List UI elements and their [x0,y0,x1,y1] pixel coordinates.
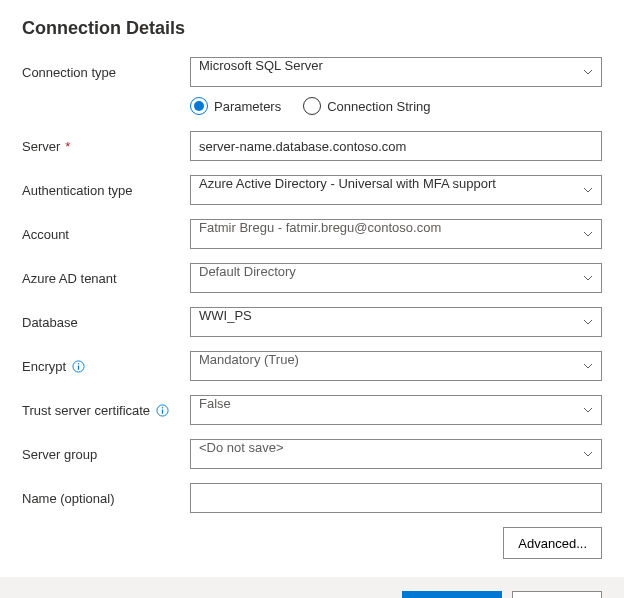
label-name: Name (optional) [22,491,190,506]
label-connection-type: Connection type [22,65,190,80]
svg-point-1 [77,362,78,363]
svg-rect-5 [161,409,162,413]
required-marker: * [65,139,70,154]
radio-parameters-label: Parameters [214,99,281,114]
label-database: Database [22,315,190,330]
dialog-footer: Connect Cancel [0,577,624,598]
connect-button[interactable]: Connect [402,591,502,598]
label-tenant: Azure AD tenant [22,271,190,286]
svg-rect-2 [77,365,78,369]
label-server-group: Server group [22,447,190,462]
auth-type-select[interactable]: Azure Active Directory - Universal with … [190,175,602,205]
encrypt-select[interactable]: Mandatory (True) [190,351,602,381]
label-server: Server [22,139,60,154]
page-title: Connection Details [22,18,602,39]
server-group-select[interactable]: <Do not save> [190,439,602,469]
radio-parameters[interactable]: Parameters [190,97,281,115]
tenant-select[interactable]: Default Directory [190,263,602,293]
label-encrypt: Encrypt [22,359,66,374]
name-input[interactable] [190,483,602,513]
label-account: Account [22,227,190,242]
trust-cert-select[interactable]: False [190,395,602,425]
cancel-button[interactable]: Cancel [512,591,602,598]
svg-point-4 [161,406,162,407]
server-input[interactable] [190,131,602,161]
label-trust-cert: Trust server certificate [22,403,150,418]
advanced-button[interactable]: Advanced... [503,527,602,559]
database-select[interactable]: WWI_PS [190,307,602,337]
radio-checked-icon [190,97,208,115]
info-icon[interactable] [71,359,85,373]
info-icon[interactable] [155,403,169,417]
radio-connection-string-label: Connection String [327,99,430,114]
label-auth-type: Authentication type [22,183,190,198]
radio-connection-string[interactable]: Connection String [303,97,430,115]
radio-unchecked-icon [303,97,321,115]
connection-type-select[interactable]: Microsoft SQL Server [190,57,602,87]
account-select[interactable]: Fatmir Bregu - fatmir.bregu@contoso.com [190,219,602,249]
